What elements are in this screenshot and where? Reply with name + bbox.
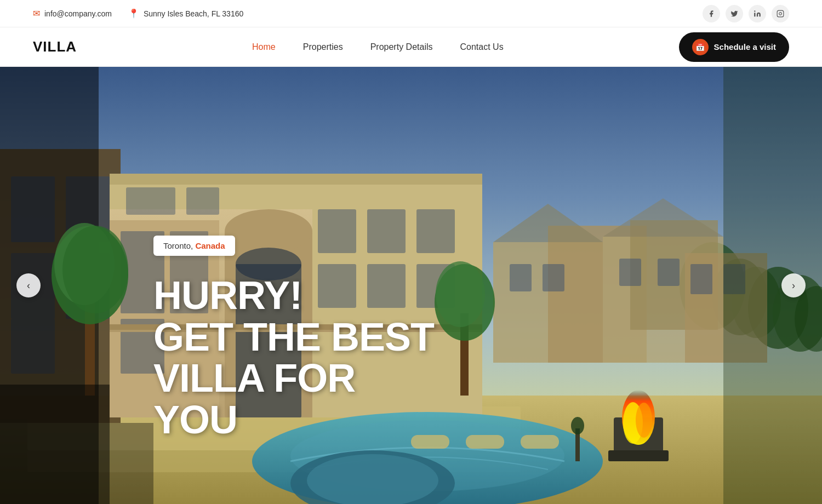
hero-section: Toronto, Canada HURRY! GET THE BEST VILL… xyxy=(0,67,822,504)
linkedin-icon[interactable] xyxy=(749,5,766,22)
svg-point-70 xyxy=(636,403,652,438)
svg-rect-74 xyxy=(690,264,712,294)
email-text: info@company.com xyxy=(44,9,112,18)
svg-rect-45 xyxy=(367,209,406,253)
svg-rect-17 xyxy=(543,264,564,291)
navbar: VILLA Home Properties Property Details C… xyxy=(0,27,822,67)
nav-link-home[interactable]: Home xyxy=(252,42,276,51)
svg-point-72 xyxy=(571,417,584,434)
top-bar: ✉ info@company.com 📍 Sunny Isles Beach, … xyxy=(0,0,822,27)
nav-item-properties[interactable]: Properties xyxy=(303,42,343,52)
svg-point-38 xyxy=(225,209,312,253)
svg-rect-43 xyxy=(186,187,219,215)
nav-link-contact[interactable]: Contact Us xyxy=(460,42,504,51)
svg-point-58 xyxy=(436,261,485,327)
logo: VILLA xyxy=(33,38,77,55)
svg-rect-44 xyxy=(318,209,356,253)
instagram-icon[interactable] xyxy=(772,5,789,22)
hero-line-2: GET THE BEST xyxy=(153,317,434,358)
svg-rect-65 xyxy=(521,435,559,449)
svg-rect-16 xyxy=(510,264,532,291)
nav-item-contact[interactable]: Contact Us xyxy=(460,42,504,52)
email-icon: ✉ xyxy=(33,8,40,19)
hero-text: HURRY! GET THE BEST VILLA FOR YOU xyxy=(153,275,434,440)
hero-line-3: VILLA FOR xyxy=(153,358,434,399)
map-icon: 📍 xyxy=(128,8,139,19)
svg-rect-42 xyxy=(126,187,175,215)
svg-rect-18 xyxy=(619,259,641,286)
carousel-prev-button[interactable]: ‹ xyxy=(16,273,41,297)
next-arrow-icon: › xyxy=(792,280,795,291)
svg-rect-46 xyxy=(416,209,455,253)
svg-point-0 xyxy=(754,10,755,12)
nav-item-home[interactable]: Home xyxy=(252,42,276,52)
prev-arrow-icon: ‹ xyxy=(27,280,30,291)
nav-links: Home Properties Property Details Contact… xyxy=(252,42,504,52)
nav-item-property-details[interactable]: Property Details xyxy=(370,42,433,52)
calendar-icon: 📅 xyxy=(692,39,709,55)
carousel-next-button[interactable]: › xyxy=(781,273,806,297)
svg-rect-76 xyxy=(723,67,822,504)
hero-line-4: YOU xyxy=(153,399,434,441)
svg-rect-67 xyxy=(608,450,669,461)
location-country: Canada xyxy=(195,241,225,250)
top-bar-left: ✉ info@company.com 📍 Sunny Isles Beach, … xyxy=(33,8,243,19)
hero-heading: HURRY! GET THE BEST VILLA FOR YOU xyxy=(153,275,434,440)
social-icons xyxy=(703,5,789,22)
location-badge: Toronto, Canada xyxy=(153,236,235,256)
address-contact: 📍 Sunny Isles Beach, FL 33160 xyxy=(128,8,243,19)
address-text: Sunny Isles Beach, FL 33160 xyxy=(144,9,243,18)
hero-line-1: HURRY! xyxy=(153,275,434,317)
svg-rect-32 xyxy=(110,174,482,185)
nav-link-property-details[interactable]: Property Details xyxy=(370,42,433,51)
twitter-icon[interactable] xyxy=(726,5,743,22)
nav-link-properties[interactable]: Properties xyxy=(303,42,343,51)
schedule-btn-label: Schedule a visit xyxy=(714,42,776,51)
svg-point-55 xyxy=(62,226,128,313)
location-city: Toronto, xyxy=(163,241,193,250)
svg-rect-78 xyxy=(0,385,110,504)
svg-rect-64 xyxy=(466,435,504,449)
svg-rect-1 xyxy=(777,10,784,17)
facebook-icon[interactable] xyxy=(703,5,720,22)
svg-rect-19 xyxy=(658,259,680,286)
email-contact: ✉ info@company.com xyxy=(33,8,112,19)
schedule-visit-button[interactable]: 📅 Schedule a visit xyxy=(679,32,789,62)
